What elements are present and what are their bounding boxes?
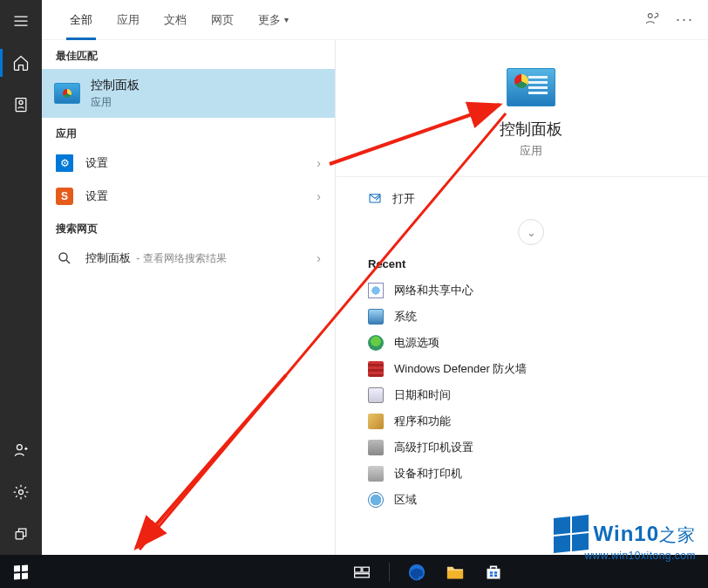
region-icon — [368, 492, 384, 508]
chevron-right-icon: › — [317, 251, 321, 265]
recent-item-label: 电源选项 — [394, 335, 439, 351]
recent-item[interactable]: 网络和共享中心 — [368, 277, 694, 304]
recent-item-label: 系统 — [394, 309, 417, 325]
feedback-icon[interactable] — [644, 10, 660, 30]
control-panel-icon — [54, 83, 80, 104]
detail-title: 控制面板 — [368, 119, 694, 140]
svg-rect-4 — [16, 532, 23, 539]
more-options-icon[interactable]: ··· — [676, 10, 694, 29]
svg-rect-18 — [494, 575, 497, 578]
store-button[interactable] — [482, 561, 505, 584]
edge-button[interactable] — [405, 561, 428, 584]
recent-item-label: 程序和功能 — [394, 414, 451, 429]
chevron-right-icon: › — [317, 189, 321, 203]
taskbar — [0, 555, 708, 588]
menu-button[interactable] — [0, 0, 42, 42]
tab-apps[interactable]: 应用 — [105, 0, 152, 40]
open-action[interactable]: 打开 — [368, 186, 694, 212]
best-match-title: 控制面板 — [91, 78, 140, 93]
home-button[interactable] — [0, 42, 42, 84]
svg-rect-9 — [355, 567, 362, 572]
svg-rect-16 — [494, 571, 497, 574]
app-result-label: 设置 — [85, 155, 317, 171]
network-icon — [368, 283, 384, 298]
recent-item-label: Windows Defender 防火墙 — [394, 361, 527, 377]
tab-all[interactable]: 全部 — [58, 0, 105, 40]
svg-point-6 — [59, 253, 67, 261]
control-panel-large-icon — [507, 68, 555, 106]
power-icon — [368, 335, 384, 351]
tab-docs[interactable]: 文档 — [152, 0, 199, 40]
web-search-text: 控制面板 - 查看网络搜索结果 — [85, 250, 317, 266]
recent-item[interactable]: 系统 — [368, 304, 694, 330]
power-button[interactable] — [0, 513, 42, 555]
gear-icon: ⚙ — [56, 154, 73, 172]
svg-rect-17 — [490, 575, 493, 578]
search-icon — [56, 250, 73, 267]
recent-item-label: 区域 — [394, 492, 417, 508]
devices-printers-icon — [368, 466, 384, 482]
search-filter-tabs: 全部 应用 文档 网页 更多▾ ··· — [42, 0, 708, 40]
vertical-divider — [335, 40, 336, 555]
recent-item-label: 高级打印机设置 — [394, 440, 473, 455]
windows-logo-icon — [14, 565, 28, 580]
best-match-label: 最佳匹配 — [42, 40, 335, 69]
recent-item-label: 设备和打印机 — [394, 466, 462, 482]
printer-settings-icon — [368, 440, 384, 455]
svg-point-1 — [19, 100, 23, 104]
web-section-label: 搜索网页 — [42, 213, 335, 242]
open-label: 打开 — [392, 191, 415, 207]
detail-subtitle: 应用 — [368, 143, 694, 159]
recent-item-label: 日期和时间 — [394, 387, 451, 403]
settings-button[interactable] — [0, 471, 42, 513]
recent-item[interactable]: 区域 — [368, 487, 694, 513]
svg-rect-14 — [487, 569, 500, 579]
expand-toggle[interactable]: ⌄ — [518, 219, 544, 245]
app-result-settings[interactable]: ⚙ 设置 › — [42, 147, 335, 180]
account-button[interactable] — [0, 429, 42, 471]
start-button[interactable] — [0, 555, 42, 588]
apps-section-label: 应用 — [42, 118, 335, 147]
svg-rect-13 — [447, 571, 463, 578]
tab-web[interactable]: 网页 — [199, 0, 246, 40]
recent-item[interactable]: 日期和时间 — [368, 382, 694, 408]
recent-item[interactable]: 电源选项 — [368, 330, 694, 356]
app-result-label: 设置 — [85, 188, 317, 204]
datetime-icon — [368, 387, 384, 403]
tab-more[interactable]: 更多▾ — [246, 0, 301, 40]
svg-point-5 — [648, 13, 652, 17]
open-icon — [368, 192, 382, 206]
recent-label: Recent — [368, 257, 694, 270]
sogou-icon: S — [56, 188, 73, 205]
system-icon — [368, 309, 384, 325]
start-left-rail — [0, 0, 42, 555]
task-view-button[interactable] — [351, 561, 373, 584]
firewall-icon — [368, 361, 384, 377]
best-match-item[interactable]: 控制面板 应用 — [42, 69, 335, 118]
svg-rect-11 — [355, 574, 370, 578]
file-explorer-button[interactable] — [444, 561, 466, 584]
best-match-subtitle: 应用 — [91, 95, 140, 110]
recent-item-label: 网络和共享中心 — [394, 283, 473, 298]
recent-item[interactable]: Windows Defender 防火墙 — [368, 356, 694, 382]
chevron-right-icon: › — [317, 156, 321, 170]
svg-rect-10 — [363, 567, 370, 572]
results-panel: 最佳匹配 控制面板 应用 应用 ⚙ 设置 › S 设置 › 搜索网页 控制面板 … — [42, 40, 335, 555]
recent-item[interactable]: 程序和功能 — [368, 408, 694, 434]
app-result-settings-2[interactable]: S 设置 › — [42, 180, 335, 213]
programs-icon — [368, 414, 384, 429]
taskbar-separator — [389, 563, 390, 582]
svg-point-2 — [17, 445, 22, 450]
web-search-result[interactable]: 控制面板 - 查看网络搜索结果 › — [42, 242, 335, 275]
svg-point-3 — [19, 490, 24, 495]
svg-rect-15 — [490, 571, 493, 574]
recent-item[interactable]: 设备和打印机 — [368, 461, 694, 487]
contacts-button[interactable] — [0, 84, 42, 126]
divider — [337, 176, 708, 177]
recent-item[interactable]: 高级打印机设置 — [368, 434, 694, 461]
detail-panel: 控制面板 应用 打开 ⌄ Recent 网络和共享中心 系统 电源选项 Wind… — [337, 40, 708, 555]
